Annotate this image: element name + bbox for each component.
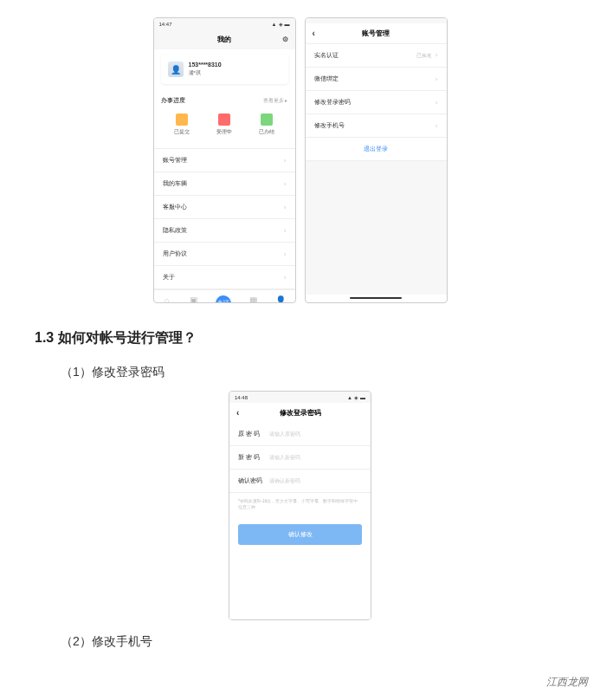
progress-label: 已提交: [174, 128, 190, 136]
step-2-label: （2）修改手机号: [61, 634, 565, 650]
field-placeholder: 请确认新密码: [269, 477, 300, 485]
wifi-icon: ◈: [354, 394, 358, 400]
progress-label: 已办结: [259, 128, 274, 136]
phone-screenshots-row-2: 14:48 ▲ ◈ ▬ ‹ 修改登录密码 原 密 码 请输入原密码 新 密 码 …: [35, 391, 565, 620]
chevron-right-icon: ›: [435, 75, 438, 83]
field-placeholder: 请输入原密码: [269, 431, 300, 438]
status-time: 14:48: [235, 395, 248, 400]
menu-label: 隐私政策: [163, 226, 187, 235]
row-label: 实名认证: [314, 51, 339, 60]
chevron-right-icon: ›: [284, 180, 287, 188]
page-title: 修改登录密码: [280, 408, 321, 418]
password-form: 原 密 码 请输入原密码 新 密 码 请输入新密码 确认密码 请确认新密码 *密…: [229, 423, 371, 545]
chevron-right-icon: ›: [435, 99, 438, 107]
confirm-button[interactable]: 确认修改: [238, 524, 362, 545]
row-label: 修改登录密码: [314, 98, 351, 107]
wifi-icon: ◈: [279, 21, 283, 27]
field-new-password[interactable]: 新 密 码 请输入新密码: [229, 446, 371, 470]
phone-screenshots-row-1: 14:47 ▲ ◈ ▬ 我的 ⚙ 👤 153****8310 潘*琪: [35, 17, 565, 303]
status-icons: ▲ ◈ ▬: [347, 394, 365, 400]
chevron-right-icon: ›: [435, 51, 438, 59]
section-heading: 1.3 如何对帐号进行管理？: [35, 329, 565, 347]
menu-item-service[interactable]: 客服中心›: [154, 196, 295, 219]
nav-cert[interactable]: 办证: [216, 295, 231, 303]
row-wechat[interactable]: 微信绑定›: [306, 68, 447, 91]
user-info: 153****8310 潘*琪: [189, 62, 222, 77]
phone-change-password: 14:48 ▲ ◈ ▬ ‹ 修改登录密码 原 密 码 请输入原密码 新 密 码 …: [229, 391, 371, 620]
watermark: 江西龙网: [543, 673, 591, 691]
field-label: 确认密码: [238, 476, 269, 485]
chevron-right-icon: ›: [284, 157, 287, 165]
progress-label: 受理中: [216, 128, 232, 136]
grid-icon: ▦: [249, 295, 257, 303]
user-phone-number: 153****8310: [189, 62, 222, 68]
gear-icon[interactable]: ⚙: [282, 36, 288, 43]
status-bar: 14:47 ▲ ◈ ▬: [154, 18, 295, 29]
nav-mine[interactable]: 👤我的: [275, 295, 286, 303]
chevron-right-icon: ›: [284, 204, 287, 211]
field-old-password[interactable]: 原 密 码 请输入原密码: [229, 423, 371, 446]
row-change-password[interactable]: 修改登录密码›: [306, 91, 447, 114]
chevron-right-icon: ›: [284, 274, 287, 282]
page-header: 我的 ⚙: [154, 29, 295, 49]
chevron-right-icon: ›: [284, 250, 287, 258]
progress-header: 办事进度 查看更多 ▸: [161, 93, 288, 108]
account-menu-list: 实名认证已实名› 微信绑定› 修改登录密码› 修改手机号› 退出登录: [306, 43, 447, 161]
field-confirm-password[interactable]: 确认密码 请确认新密码: [229, 470, 371, 493]
avatar: 👤: [168, 62, 184, 77]
progress-item-submitted[interactable]: 已提交: [174, 113, 190, 136]
user-icon: 👤: [275, 295, 286, 303]
row-label: 修改手机号: [314, 121, 345, 130]
battery-icon: ▬: [285, 22, 290, 27]
menu-label: 用户协议: [163, 250, 187, 258]
field-label: 新 密 码: [238, 453, 269, 462]
user-card[interactable]: 👤 153****8310 潘*琪: [161, 55, 288, 84]
menu-item-account[interactable]: 账号管理›: [154, 149, 295, 172]
phone-profile: 14:47 ▲ ◈ ▬ 我的 ⚙ 👤 153****8310 潘*琪: [153, 17, 296, 303]
back-icon[interactable]: ‹: [236, 408, 239, 418]
row-realname[interactable]: 实名认证已实名›: [306, 44, 447, 68]
row-label: 微信绑定: [314, 75, 339, 83]
row-extra: 已实名: [416, 53, 432, 58]
logout-button[interactable]: 退出登录: [306, 138, 447, 161]
progress-more-link[interactable]: 查看更多 ▸: [263, 97, 288, 105]
bottom-nav: ⌂首页 ▣政务 办证 ▦服务 👤我的: [154, 289, 295, 303]
blank-area: [229, 545, 371, 619]
progress-section: 办事进度 查看更多 ▸ 已提交 受理中 已办结: [161, 93, 288, 145]
home-icon: ⌂: [165, 295, 170, 303]
step-1-label: （1）修改登录密码: [61, 365, 565, 380]
nav-home[interactable]: ⌂首页: [163, 295, 171, 303]
nav-gov[interactable]: ▣政务: [189, 295, 197, 303]
page-header: ‹ 修改登录密码: [229, 403, 371, 423]
field-label: 原 密 码: [238, 430, 269, 438]
menu-list: 账号管理› 我的车辆› 客服中心› 隐私政策› 用户协议› 关于›: [154, 148, 295, 289]
progress-item-done[interactable]: 已办结: [259, 113, 274, 136]
menu-item-vehicle[interactable]: 我的车辆›: [154, 172, 295, 196]
done-icon: [261, 113, 273, 126]
page-title: 我的: [217, 35, 231, 44]
progress-items: 已提交 受理中 已办结: [161, 108, 288, 145]
nav-service[interactable]: ▦服务: [249, 295, 258, 303]
menu-item-agreement[interactable]: 用户协议›: [154, 243, 295, 266]
status-icons: ▲ ◈ ▬: [272, 21, 290, 27]
submitted-icon: [176, 113, 188, 126]
menu-label: 我的车辆: [163, 179, 187, 188]
field-placeholder: 请输入新密码: [269, 454, 300, 462]
chevron-right-icon: ›: [284, 227, 287, 235]
page-title: 账号管理: [362, 29, 390, 38]
signal-icon: ▲: [347, 395, 352, 400]
menu-item-privacy[interactable]: 隐私政策›: [154, 219, 295, 243]
status-time: 14:47: [159, 22, 172, 27]
processing-icon: [218, 113, 230, 126]
cert-icon: 办证: [216, 295, 231, 303]
page-header: ‹ 账号管理: [306, 23, 447, 43]
blank-area: [306, 161, 447, 295]
battery-icon: ▬: [360, 395, 365, 400]
building-icon: ▣: [190, 295, 197, 303]
menu-label: 客服中心: [163, 203, 187, 211]
back-icon[interactable]: ‹: [313, 29, 315, 38]
password-hint: *密码长度8~16位，至少文字母、小写字母、数字和特殊字符中任意三种: [229, 493, 371, 515]
menu-item-about[interactable]: 关于›: [154, 266, 295, 289]
progress-item-processing[interactable]: 受理中: [216, 113, 232, 136]
row-change-phone[interactable]: 修改手机号›: [306, 114, 447, 138]
